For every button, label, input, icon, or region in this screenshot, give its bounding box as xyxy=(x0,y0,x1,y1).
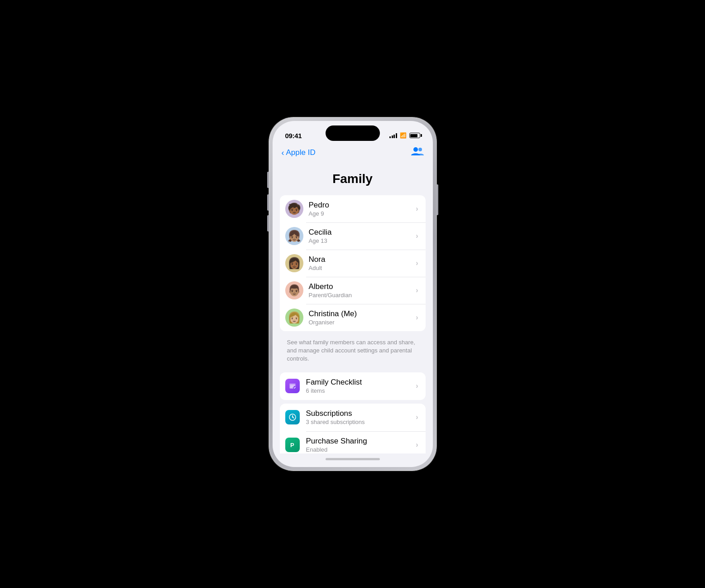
chevron-right-icon: › xyxy=(416,441,418,449)
feature-row-1[interactable]: Subscriptions 3 shared subscriptions › xyxy=(280,404,426,431)
back-chevron-icon: ‹ xyxy=(282,149,284,157)
feature-name: Family Checklist xyxy=(306,377,416,387)
feature-sub: Enabled xyxy=(306,446,416,453)
status-icons: 📶 xyxy=(389,132,420,139)
family-icon[interactable] xyxy=(411,146,424,159)
feature-row-2[interactable]: P Purchase Sharing Enabled › xyxy=(280,431,426,453)
svg-point-0 xyxy=(413,147,418,152)
member-info: Pedro Age 9 xyxy=(309,200,416,218)
feature-icon xyxy=(285,410,300,424)
member-info: Cecilia Age 13 xyxy=(309,227,416,245)
status-bar: 09:41 📶 xyxy=(273,121,433,144)
dynamic-island xyxy=(326,125,380,141)
main-content: Family 🧒🏾 Pedro Age 9 › 👧🏽 Cecilia Age 1… xyxy=(273,163,433,453)
feature-info: Family Checklist 6 items xyxy=(306,377,416,395)
member-row[interactable]: 🧒🏾 Pedro Age 9 › xyxy=(280,195,426,222)
chevron-right-icon: › xyxy=(416,413,418,421)
feature-name: Purchase Sharing xyxy=(306,436,416,446)
home-indicator xyxy=(273,453,433,467)
chevron-right-icon: › xyxy=(416,313,418,322)
family-checklist-section: Family Checklist 6 items › xyxy=(280,372,426,400)
member-role: Organiser xyxy=(309,319,416,327)
checklist-icon xyxy=(285,379,300,393)
signal-icon xyxy=(389,133,397,138)
member-row[interactable]: 👩🏾 Nora Adult › xyxy=(280,250,426,277)
member-info: Nora Adult xyxy=(309,255,416,272)
chevron-right-icon: › xyxy=(416,286,418,294)
battery-icon xyxy=(409,133,420,138)
nav-bar: ‹ Apple ID xyxy=(273,144,433,163)
page-title: Family xyxy=(273,163,433,195)
phone-screen: 09:41 📶 ‹ Apple ID xyxy=(273,121,433,467)
avatar: 👩🏾 xyxy=(285,254,303,272)
back-button[interactable]: ‹ Apple ID xyxy=(282,148,316,157)
avatar: 👨🏽 xyxy=(285,281,303,299)
avatar: 🧒🏾 xyxy=(285,200,303,218)
feature-info: Purchase Sharing Enabled xyxy=(306,436,416,453)
wifi-icon: 📶 xyxy=(400,132,407,139)
member-role: Parent/Guardian xyxy=(309,292,416,299)
chevron-right-icon: › xyxy=(416,205,418,213)
member-name: Alberto xyxy=(309,282,416,292)
home-bar xyxy=(326,458,380,460)
feature-icon: P xyxy=(285,438,300,452)
subscriptions-purchase-section: Subscriptions 3 shared subscriptions › P… xyxy=(280,404,426,453)
member-role: Age 9 xyxy=(309,210,416,218)
avatar: 👩🏼 xyxy=(285,308,303,327)
member-info: Alberto Parent/Guardian xyxy=(309,282,416,299)
member-row[interactable]: 👧🏽 Cecilia Age 13 › xyxy=(280,222,426,250)
chevron-right-icon: › xyxy=(416,259,418,267)
member-role: Adult xyxy=(309,265,416,272)
family-members-section: 🧒🏾 Pedro Age 9 › 👧🏽 Cecilia Age 13 › 👩🏾 … xyxy=(280,195,426,331)
member-name: Nora xyxy=(309,255,416,265)
member-info: Christina (Me) Organiser xyxy=(309,309,416,327)
chevron-right-icon: › xyxy=(416,232,418,240)
phone-frame: 09:41 📶 ‹ Apple ID xyxy=(269,117,436,471)
member-row[interactable]: 👨🏽 Alberto Parent/Guardian › xyxy=(280,277,426,304)
back-label: Apple ID xyxy=(286,148,316,157)
svg-text:P: P xyxy=(290,442,294,448)
status-time: 09:41 xyxy=(285,132,302,140)
member-name: Cecilia xyxy=(309,227,416,237)
avatar: 👧🏽 xyxy=(285,227,303,245)
family-checklist-row[interactable]: Family Checklist 6 items › xyxy=(280,372,426,400)
feature-sub: 6 items xyxy=(306,387,416,395)
svg-point-1 xyxy=(418,148,422,151)
member-role: Age 13 xyxy=(309,237,416,245)
member-row[interactable]: 👩🏼 Christina (Me) Organiser › xyxy=(280,304,426,331)
feature-name: Subscriptions xyxy=(306,409,416,419)
member-name: Christina (Me) xyxy=(309,309,416,319)
chevron-right-icon: › xyxy=(416,382,418,390)
member-name: Pedro xyxy=(309,200,416,210)
feature-info: Subscriptions 3 shared subscriptions xyxy=(306,409,416,426)
feature-sub: 3 shared subscriptions xyxy=(306,419,416,426)
section-footer: See what family members can access and s… xyxy=(280,335,426,365)
